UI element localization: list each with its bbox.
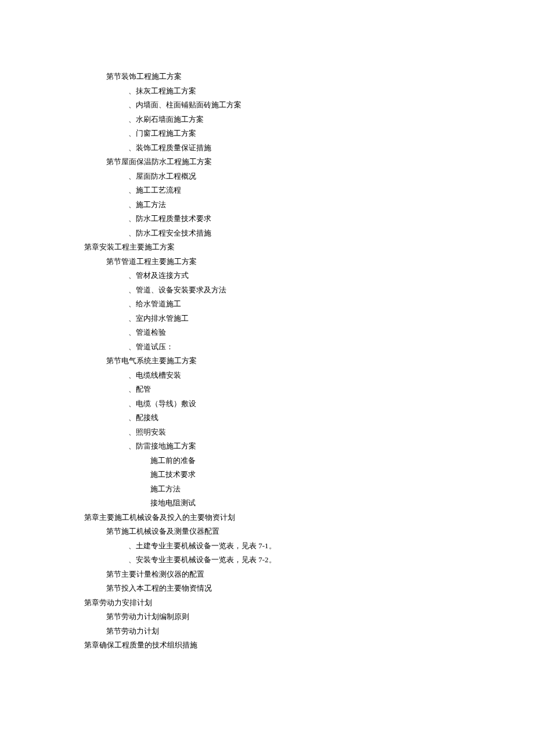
toc-entry: 施工方法 — [84, 482, 450, 497]
toc-entry: 、水刷石墙面施工方案 — [84, 113, 450, 127]
toc-entry: 第节装饰工程施工方案 — [84, 70, 450, 84]
toc-entry: 第节施工机械设备及测量仪器配置 — [84, 525, 450, 539]
toc-entry: 、电缆（导线）敷设 — [84, 397, 450, 411]
toc-entry: 、屋面防水工程概况 — [84, 169, 450, 184]
toc-entry: 、防水工程安全技术措施 — [84, 226, 450, 241]
toc-entry: 施工前的准备 — [84, 454, 450, 468]
toc-entry: 、防水工程质量技术要求 — [84, 212, 450, 226]
toc-entry: 第节劳动力计划编制原则 — [84, 610, 450, 624]
toc-entry: 、管道、设备安装要求及方法 — [84, 283, 450, 298]
toc-entry: 、给水管道施工 — [84, 297, 450, 312]
toc-entry: 第章主要施工机械设备及投入的主要物资计划 — [84, 511, 450, 525]
toc-entry: 、防雷接地施工方案 — [84, 439, 450, 454]
document-page: 第节装饰工程施工方案、抹灰工程施工方案、内墙面、柱面铺贴面砖施工方案、水刷石墙面… — [0, 0, 534, 688]
toc-entry: 、照明安装 — [84, 425, 450, 440]
toc-entry: 、装饰工程质量保证措施 — [84, 141, 450, 155]
toc-entry: 、配接线 — [84, 411, 450, 425]
toc-entry: 施工技术要求 — [84, 468, 450, 482]
toc-entry: 第节管道工程主要施工方案 — [84, 255, 450, 269]
toc-entry: 、管材及连接方式 — [84, 269, 450, 283]
toc-entry: 、施工方法 — [84, 198, 450, 212]
toc-entry: 第章确保工程质量的技术组织措施 — [84, 638, 450, 653]
toc-entry: 、抹灰工程施工方案 — [84, 84, 450, 99]
toc-entry: 、土建专业主要机械设备一览表，见表 7-1。 — [84, 539, 450, 554]
toc-entry: 第章劳动力安排计划 — [84, 596, 450, 610]
toc-entry: 、室内排水管施工 — [84, 312, 450, 326]
toc-entry: 、施工工艺流程 — [84, 183, 450, 198]
toc-entry: 、管道检验 — [84, 325, 450, 340]
toc-entry: 、内墙面、柱面铺贴面砖施工方案 — [84, 98, 450, 113]
toc-entry: 、配管 — [84, 382, 450, 397]
toc-entry: 第节劳动力计划 — [84, 624, 450, 639]
toc-entry: 、管道试压： — [84, 340, 450, 355]
toc-entry: 、电缆线槽安装 — [84, 368, 450, 383]
toc-entry: 第章安装工程主要施工方案 — [84, 240, 450, 255]
toc-entry: 、门窗工程施工方案 — [84, 126, 450, 141]
toc-entry: 第节电气系统主要施工方案 — [84, 354, 450, 368]
toc-entry: 第节投入本工程的主要物资情况 — [84, 581, 450, 596]
toc-entry: 第节屋面保温防水工程施工方案 — [84, 155, 450, 169]
toc-entry: 、安装专业主要机械设备一览表，见表 7-2。 — [84, 553, 450, 567]
toc-entry: 接地电阻测试 — [84, 496, 450, 511]
toc-entry: 第节主要计量检测仪器的配置 — [84, 567, 450, 582]
